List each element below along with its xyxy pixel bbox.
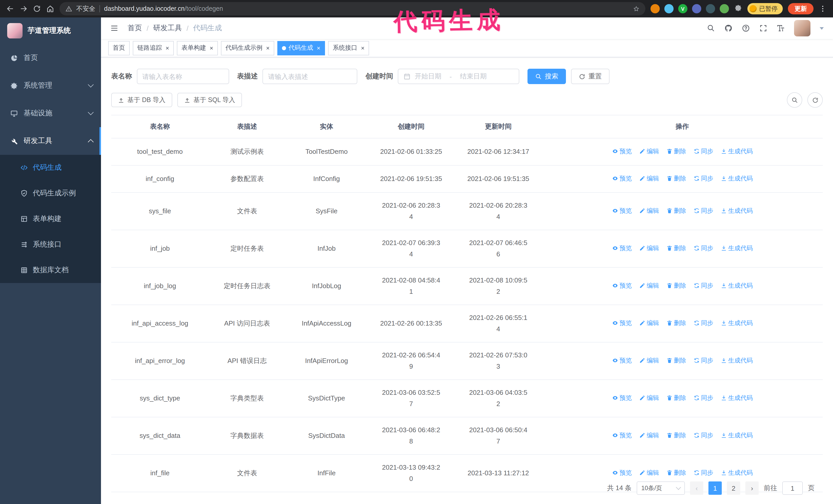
action-delete[interactable]: 删除: [666, 146, 686, 157]
avatar-caret-icon[interactable]: [820, 27, 824, 29]
action-edit[interactable]: 编辑: [639, 242, 659, 254]
tab-系统接口[interactable]: 系统接口×: [328, 41, 369, 55]
action-preview[interactable]: 预览: [612, 317, 632, 329]
close-icon[interactable]: ×: [361, 45, 364, 51]
sidebar-subitem-system-api[interactable]: 系统接口: [0, 232, 101, 257]
page-button-2[interactable]: 2: [727, 481, 740, 495]
action-edit[interactable]: 编辑: [639, 317, 659, 329]
help-icon[interactable]: [742, 24, 750, 32]
action-delete[interactable]: 删除: [666, 242, 686, 254]
tab-表单构建[interactable]: 表单构建×: [177, 41, 218, 55]
font-size-icon[interactable]: [777, 24, 785, 32]
action-delete[interactable]: 删除: [666, 205, 686, 216]
action-generate-code[interactable]: 生成代码: [720, 355, 753, 366]
sidebar-item-devtools[interactable]: 研发工具: [0, 127, 101, 155]
prev-page-button[interactable]: ‹: [690, 481, 703, 495]
sidebar-item-infra[interactable]: 基础设施: [0, 99, 101, 127]
hamburger-icon[interactable]: [110, 24, 118, 32]
orange-extension-icon[interactable]: [650, 4, 660, 13]
date-range-picker[interactable]: 开始日期 - 结束日期: [398, 69, 519, 84]
action-generate-code[interactable]: 生成代码: [720, 430, 753, 441]
green-check-extension-icon[interactable]: V: [678, 4, 687, 13]
action-edit[interactable]: 编辑: [639, 430, 659, 441]
bookmark-star-icon[interactable]: [633, 6, 639, 12]
action-edit[interactable]: 编辑: [639, 280, 659, 291]
sidebar-subitem-codegen[interactable]: 代码生成: [0, 155, 101, 181]
action-generate-code[interactable]: 生成代码: [720, 205, 753, 216]
action-preview[interactable]: 预览: [612, 280, 632, 291]
action-preview[interactable]: 预览: [612, 430, 632, 441]
action-generate-code[interactable]: 生成代码: [720, 173, 753, 184]
goto-page-input[interactable]: [782, 481, 803, 495]
action-delete[interactable]: 删除: [666, 392, 686, 404]
action-preview[interactable]: 预览: [612, 355, 632, 366]
action-delete[interactable]: 删除: [666, 467, 686, 478]
page-button-1[interactable]: 1: [709, 481, 722, 495]
action-preview[interactable]: 预览: [612, 146, 632, 157]
sidebar-subitem-form-build[interactable]: 表单构建: [0, 206, 101, 232]
action-edit[interactable]: 编辑: [639, 467, 659, 478]
breadcrumb-item[interactable]: 研发工具: [153, 24, 182, 33]
import-sql-button[interactable]: 基于 SQL 导入: [177, 93, 242, 107]
action-generate-code[interactable]: 生成代码: [720, 392, 753, 404]
refresh-table-button[interactable]: [807, 92, 823, 108]
sidebar-subitem-db-doc[interactable]: 数据库文档: [0, 257, 101, 283]
action-edit[interactable]: 编辑: [639, 173, 659, 184]
action-sync[interactable]: 同步: [693, 392, 713, 404]
reset-button[interactable]: 重置: [571, 69, 610, 84]
action-delete[interactable]: 删除: [666, 355, 686, 366]
action-sync[interactable]: 同步: [693, 146, 713, 157]
action-sync[interactable]: 同步: [693, 467, 713, 478]
import-db-button[interactable]: 基于 DB 导入: [111, 93, 172, 107]
toggle-search-button[interactable]: [787, 92, 802, 108]
user-avatar[interactable]: [794, 20, 810, 37]
action-delete[interactable]: 删除: [666, 430, 686, 441]
github-icon[interactable]: [724, 24, 733, 32]
close-icon[interactable]: ×: [317, 45, 320, 51]
action-delete[interactable]: 删除: [666, 317, 686, 329]
action-generate-code[interactable]: 生成代码: [720, 317, 753, 329]
action-sync[interactable]: 同步: [693, 205, 713, 216]
forward-icon[interactable]: [20, 5, 28, 13]
search-icon[interactable]: [707, 24, 715, 32]
action-sync[interactable]: 同步: [693, 280, 713, 291]
close-icon[interactable]: ×: [266, 45, 270, 51]
paused-extension-badge[interactable]: 已暂停: [747, 3, 783, 14]
puzzle-extensions-icon[interactable]: [734, 5, 742, 13]
action-generate-code[interactable]: 生成代码: [720, 467, 753, 478]
action-edit[interactable]: 编辑: [639, 392, 659, 404]
close-icon[interactable]: ×: [166, 45, 169, 51]
tab-链路追踪[interactable]: 链路追踪×: [133, 41, 174, 55]
action-preview[interactable]: 预览: [612, 205, 632, 216]
home-icon[interactable]: [46, 5, 54, 13]
action-delete[interactable]: 删除: [666, 280, 686, 291]
action-edit[interactable]: 编辑: [639, 146, 659, 157]
action-edit[interactable]: 编辑: [639, 355, 659, 366]
action-preview[interactable]: 预览: [612, 242, 632, 254]
fullscreen-icon[interactable]: [759, 24, 767, 32]
indigo-extension-icon[interactable]: [692, 4, 701, 13]
leaf-extension-icon[interactable]: [720, 4, 729, 13]
action-generate-code[interactable]: 生成代码: [720, 146, 753, 157]
action-generate-code[interactable]: 生成代码: [720, 280, 753, 291]
page-size-select[interactable]: 10条/页: [637, 481, 685, 495]
action-sync[interactable]: 同步: [693, 355, 713, 366]
address-bar[interactable]: 不安全 dashboard.yudao.iocoder.cn/tool/code…: [60, 2, 645, 16]
tab-代码生成[interactable]: 代码生成×: [277, 41, 325, 55]
sidebar-item-system[interactable]: 系统管理: [0, 72, 101, 99]
browser-update-button[interactable]: 更新: [788, 3, 813, 14]
action-sync[interactable]: 同步: [693, 242, 713, 254]
action-preview[interactable]: 预览: [612, 467, 632, 478]
blue-extension-icon[interactable]: [664, 4, 673, 13]
action-delete[interactable]: 删除: [666, 173, 686, 184]
browser-menu-icon[interactable]: [819, 5, 827, 13]
sidebar-item-home[interactable]: 首页: [0, 44, 101, 72]
table-name-input[interactable]: [137, 69, 229, 84]
search-button[interactable]: 搜索: [527, 69, 566, 84]
app-logo[interactable]: 芋道管理系统: [0, 18, 101, 44]
sidebar-subitem-codegen-example[interactable]: 代码生成示例: [0, 181, 101, 206]
action-edit[interactable]: 编辑: [639, 205, 659, 216]
breadcrumb-item[interactable]: 首页: [128, 24, 142, 33]
action-generate-code[interactable]: 生成代码: [720, 242, 753, 254]
action-sync[interactable]: 同步: [693, 317, 713, 329]
